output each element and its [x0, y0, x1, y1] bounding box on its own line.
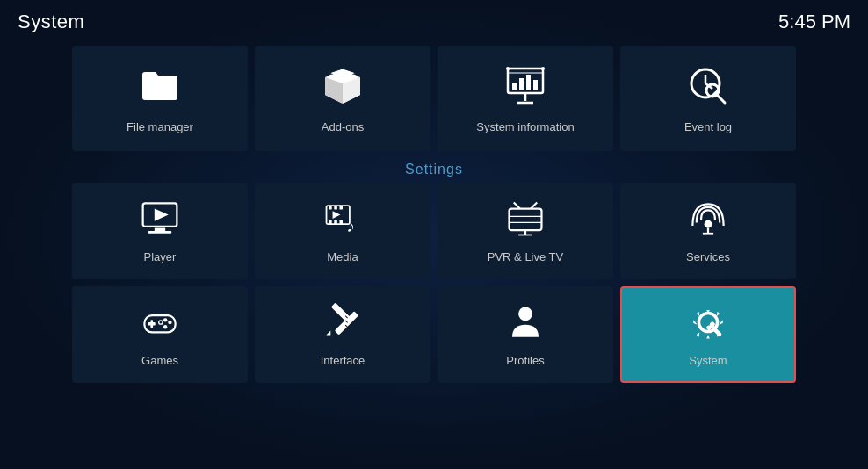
svg-rect-21 — [148, 231, 171, 234]
svg-rect-24 — [329, 220, 332, 223]
svg-point-12 — [541, 67, 545, 70]
svg-rect-7 — [533, 80, 538, 90]
tile-profiles[interactable]: Profiles — [438, 286, 613, 383]
system-information-label: System information — [476, 120, 574, 133]
header: System 5:45 PM — [0, 0, 868, 40]
media-icon: ♪ — [323, 199, 362, 243]
tile-player[interactable]: Player — [72, 183, 248, 279]
svg-rect-26 — [334, 220, 337, 223]
tile-event-log[interactable]: Event log — [620, 46, 796, 151]
svg-rect-27 — [339, 206, 343, 209]
pencil-ruler-icon — [323, 303, 362, 347]
svg-point-45 — [168, 320, 171, 323]
monitor-play-icon — [141, 199, 179, 243]
svg-rect-6 — [526, 75, 531, 90]
tile-games[interactable]: Games — [72, 286, 248, 383]
interface-label: Interface — [321, 354, 365, 367]
svg-marker-49 — [326, 330, 332, 336]
profiles-label: Profiles — [506, 354, 544, 367]
svg-text:♪: ♪ — [346, 215, 355, 234]
pvr-live-tv-label: PVR & Live TV — [488, 250, 563, 263]
podcast-icon — [689, 199, 727, 243]
services-label: Services — [686, 250, 730, 263]
tv-icon — [506, 199, 545, 243]
svg-point-46 — [163, 325, 167, 328]
chart-icon — [503, 64, 547, 113]
tile-file-manager[interactable]: File manager — [72, 46, 248, 151]
svg-rect-43 — [148, 322, 156, 326]
svg-rect-28 — [339, 220, 343, 223]
settings-row-1: Player ♪ Media — [0, 183, 868, 279]
svg-rect-31 — [510, 208, 542, 230]
tile-pvr-live-tv[interactable]: PVR & Live TV — [438, 183, 613, 279]
top-row: File manager Add-ons — [0, 40, 868, 156]
tile-add-ons[interactable]: Add-ons — [255, 46, 430, 151]
svg-rect-25 — [334, 206, 337, 209]
svg-point-44 — [163, 318, 167, 321]
page-title: System — [18, 11, 84, 33]
clock-search-icon — [686, 64, 730, 113]
event-log-label: Event log — [684, 120, 732, 133]
media-label: Media — [327, 250, 358, 263]
folder-icon — [138, 64, 182, 113]
page-wrapper: System 5:45 PM File manager — [0, 0, 868, 469]
svg-point-47 — [159, 320, 163, 323]
box-icon — [321, 64, 365, 113]
svg-marker-19 — [155, 208, 169, 220]
games-label: Games — [141, 354, 178, 367]
svg-rect-4 — [512, 83, 517, 90]
person-icon — [506, 303, 545, 347]
clock: 5:45 PM — [778, 11, 850, 33]
svg-rect-5 — [519, 78, 524, 90]
tile-system[interactable]: System — [620, 286, 796, 383]
system-label: System — [689, 354, 727, 367]
svg-line-55 — [345, 329, 347, 331]
add-ons-label: Add-ons — [322, 120, 364, 133]
svg-rect-20 — [155, 227, 165, 231]
svg-rect-23 — [329, 206, 332, 209]
settings-label: Settings — [405, 162, 463, 177]
gamepad-icon — [141, 303, 179, 347]
tile-system-information[interactable]: System information — [438, 46, 613, 151]
player-label: Player — [144, 250, 177, 263]
tile-media[interactable]: ♪ Media — [255, 183, 430, 279]
settings-section: Settings — [0, 162, 868, 177]
gear-wrench-icon — [689, 303, 727, 347]
tile-interface[interactable]: Interface — [255, 286, 430, 383]
svg-point-56 — [518, 307, 532, 321]
file-manager-label: File manager — [127, 120, 193, 133]
svg-point-38 — [705, 220, 712, 227]
svg-marker-29 — [333, 211, 341, 219]
svg-point-11 — [506, 67, 510, 70]
settings-row-2: Games Interface — [0, 286, 868, 383]
tile-services[interactable]: Services — [620, 183, 796, 279]
